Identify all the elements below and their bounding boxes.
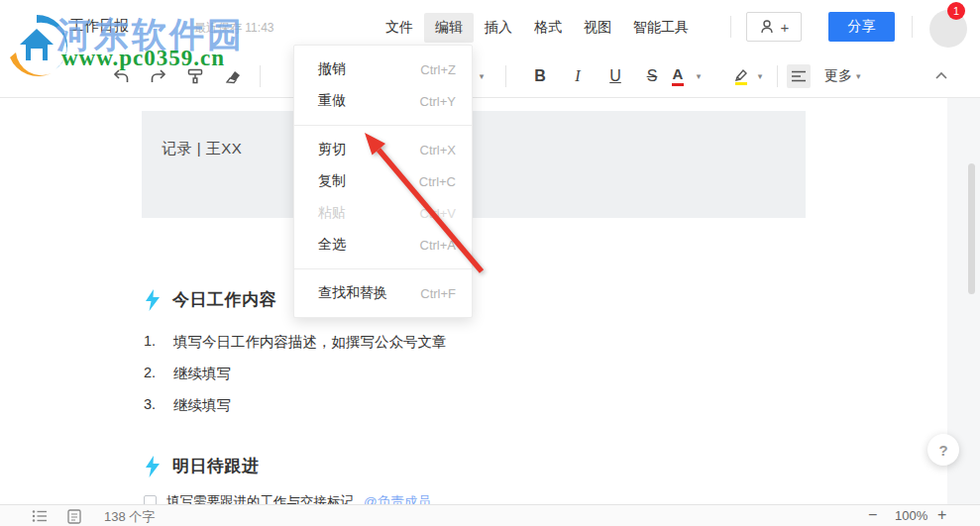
outline-icon bbox=[32, 509, 48, 523]
document-canvas[interactable]: 记录 | 王XX 今日工作内容 1. 填写今日工作内容描述，如撰写公众号文章 2… bbox=[0, 98, 980, 504]
menu-item-label: 粘贴 bbox=[318, 204, 346, 222]
doc-title[interactable]: 工作日报 bbox=[69, 17, 129, 36]
menu-item-paste: 粘贴 Ctrl+V bbox=[294, 197, 472, 229]
person-icon bbox=[759, 18, 777, 36]
menu-item-redo[interactable]: 重做 Ctrl+Y bbox=[294, 85, 472, 117]
chevron-up-icon bbox=[933, 68, 949, 84]
list-text: 填写今日工作内容描述，如撰写公众号文章 bbox=[173, 333, 447, 352]
eraser-icon bbox=[223, 66, 243, 86]
share-button[interactable]: 分享 bbox=[828, 12, 895, 42]
menu-item-label: 撤销 bbox=[318, 60, 346, 78]
menu-divider bbox=[294, 268, 472, 269]
menu-insert[interactable]: 插入 bbox=[474, 13, 523, 43]
menu-shortcut: Ctrl+Y bbox=[420, 94, 456, 109]
highlighter-icon bbox=[731, 66, 751, 86]
bold-button[interactable]: B bbox=[528, 64, 552, 88]
zoom-in-button[interactable]: + bbox=[937, 506, 946, 524]
menu-item-find-replace[interactable]: 查找和替换 Ctrl+F bbox=[294, 277, 472, 309]
section-heading-today: 今日工作内容 bbox=[145, 288, 276, 311]
mention-link[interactable]: @负责成员 bbox=[364, 493, 431, 504]
zoom-out-button[interactable]: − bbox=[868, 506, 877, 524]
underline-button[interactable]: U bbox=[603, 64, 627, 88]
menu-shortcut: Ctrl+V bbox=[420, 206, 456, 221]
format-painter-button[interactable] bbox=[183, 64, 207, 88]
list-text: 继续填写 bbox=[173, 396, 231, 415]
menu-shortcut: Ctrl+A bbox=[420, 238, 456, 253]
menu-shortcut: Ctrl+C bbox=[419, 174, 456, 189]
toolbar: ▾ B I U S A ▾ ▾ bbox=[0, 54, 980, 98]
topbar: 工作日报 最近保存 11:43 文件 编辑 插入 格式 视图 智能工具 + 分享… bbox=[0, 0, 980, 54]
chevron-down-icon: ▾ bbox=[480, 71, 485, 81]
chevron-down-icon: ▾ bbox=[856, 71, 861, 81]
todo-line-clipped: 填写需要跟进的工作与交接标记 @负责成员 bbox=[144, 493, 431, 504]
redo-icon bbox=[149, 66, 168, 86]
app-window: 工作日报 最近保存 11:43 文件 编辑 插入 格式 视图 智能工具 + 分享… bbox=[0, 0, 980, 526]
topbar-divider bbox=[730, 16, 731, 38]
menu-item-cut[interactable]: 剪切 Ctrl+X bbox=[294, 134, 472, 165]
more-button[interactable]: 更多 ▾ bbox=[824, 64, 861, 88]
undo-button[interactable] bbox=[109, 64, 133, 88]
menu-item-label: 查找和替换 bbox=[318, 284, 387, 302]
invite-collaborator-button[interactable]: + bbox=[746, 12, 802, 42]
list-number: 1. bbox=[144, 333, 173, 352]
menu-smart-tools[interactable]: 智能工具 bbox=[622, 13, 700, 43]
zoom-level[interactable]: 100% bbox=[895, 508, 927, 523]
section-title: 明日待跟进 bbox=[172, 455, 260, 477]
align-left-icon bbox=[790, 67, 808, 85]
menu-edit[interactable]: 编辑 bbox=[424, 13, 474, 43]
menu-view[interactable]: 视图 bbox=[573, 13, 622, 43]
chevron-down-icon: ▾ bbox=[758, 71, 763, 81]
menubar: 文件 编辑 插入 格式 视图 智能工具 bbox=[375, 13, 700, 43]
doc-meta-block[interactable]: 记录 | 王XX bbox=[142, 111, 806, 218]
strikethrough-label: S bbox=[647, 67, 658, 85]
collapse-toolbar-button[interactable] bbox=[929, 64, 953, 88]
menu-shortcut: Ctrl+Z bbox=[420, 62, 456, 77]
section-heading-tomorrow: 明日待跟进 bbox=[145, 455, 260, 477]
notification-badge[interactable]: 1 bbox=[947, 2, 965, 20]
menu-item-select-all[interactable]: 全选 Ctrl+A bbox=[294, 229, 472, 261]
redo-button[interactable] bbox=[147, 64, 170, 88]
list-item: 3. 继续填写 bbox=[144, 396, 231, 415]
menu-shortcut: Ctrl+F bbox=[420, 286, 456, 301]
undo-icon bbox=[111, 66, 131, 86]
list-text: 继续填写 bbox=[173, 365, 231, 383]
highlight-dropdown[interactable]: ▾ bbox=[753, 64, 767, 88]
font-color-button[interactable]: A bbox=[666, 64, 690, 88]
menu-item-label: 全选 bbox=[318, 236, 346, 254]
more-label: 更多 bbox=[824, 67, 852, 85]
toolbar-divider-3 bbox=[777, 65, 778, 87]
menu-shortcut: Ctrl+X bbox=[420, 143, 456, 158]
align-button[interactable] bbox=[787, 64, 811, 88]
list-number: 2. bbox=[144, 365, 173, 383]
italic-button[interactable]: I bbox=[566, 64, 590, 88]
clear-format-button[interactable] bbox=[221, 64, 245, 88]
italic-label: I bbox=[575, 67, 580, 85]
edit-dropdown-menu: 撤销 Ctrl+Z 重做 Ctrl+Y 剪切 Ctrl+X 复制 Ctrl+C … bbox=[293, 45, 473, 318]
help-button[interactable]: ? bbox=[927, 434, 959, 466]
menu-file[interactable]: 文件 bbox=[375, 13, 424, 43]
document-icon bbox=[67, 509, 81, 524]
highlight-button[interactable] bbox=[729, 64, 753, 88]
statusbar: 138 个字 − 100% + bbox=[0, 504, 980, 526]
outline-toggle-button[interactable] bbox=[31, 508, 49, 524]
font-color-dropdown[interactable]: ▾ bbox=[692, 64, 706, 88]
checkbox-icon[interactable] bbox=[144, 495, 157, 504]
menu-item-label: 剪切 bbox=[318, 141, 346, 158]
font-size-dropdown[interactable]: ▾ bbox=[474, 64, 490, 88]
list-item: 1. 填写今日工作内容描述，如撰写公众号文章 bbox=[144, 333, 447, 352]
word-count: 138 个字 bbox=[104, 508, 155, 526]
menu-item-label: 重做 bbox=[318, 92, 346, 110]
strikethrough-button[interactable]: S bbox=[640, 64, 664, 88]
todo-text: 填写需要跟进的工作与交接标记 bbox=[166, 493, 354, 504]
menu-item-copy[interactable]: 复制 Ctrl+C bbox=[294, 165, 472, 197]
save-status: 最近保存 11:43 bbox=[194, 20, 273, 37]
menu-item-undo[interactable]: 撤销 Ctrl+Z bbox=[294, 53, 472, 85]
vertical-scrollbar[interactable] bbox=[968, 163, 975, 294]
lightning-icon bbox=[145, 456, 161, 477]
menu-divider bbox=[294, 125, 472, 126]
menu-format[interactable]: 格式 bbox=[523, 13, 573, 43]
page-info-button[interactable] bbox=[65, 508, 83, 524]
font-color-icon: A bbox=[672, 66, 685, 86]
underline-label: U bbox=[609, 67, 621, 85]
lightning-icon bbox=[145, 289, 161, 311]
